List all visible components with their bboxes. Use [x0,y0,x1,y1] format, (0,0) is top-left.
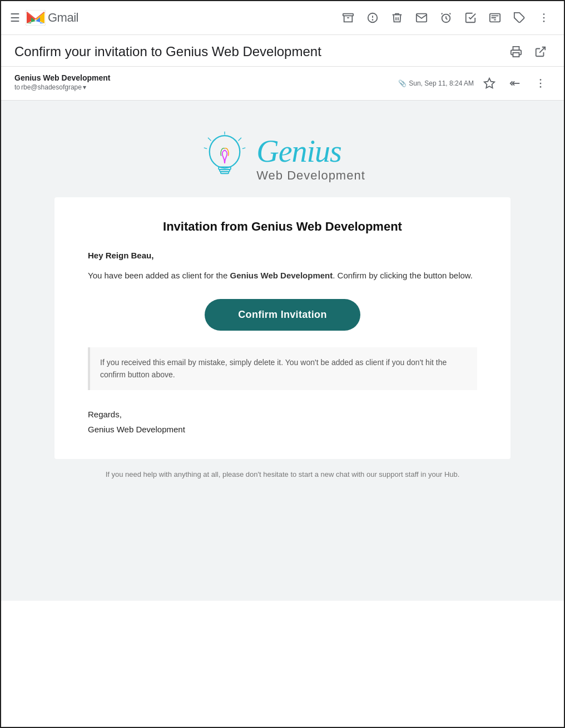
logo-text-area: Genius Web Development [256,134,365,182]
snooze-icon[interactable] [435,7,457,29]
svg-point-19 [540,83,542,84]
logo-area: Genius Web Development [10,114,555,197]
svg-rect-5 [343,14,353,16]
to-label: to [14,83,20,91]
open-in-new-icon[interactable] [531,42,551,62]
sender-name: Genius Web Development [14,73,398,82]
top-bar-left: ☰ Gmail [10,10,78,26]
subject-action-icons [506,42,551,62]
regards-label: Regards, [88,407,477,422]
gmail-logo: Gmail [26,10,78,26]
svg-marker-17 [484,78,494,88]
top-bar-icons [337,7,555,29]
logo-container: Genius Web Development [200,131,365,186]
svg-point-8 [373,19,373,20]
confirm-btn-wrapper: Confirm Invitation [88,299,477,331]
confirm-invitation-button[interactable]: Confirm Invitation [205,299,360,331]
email-content-wrapper: Genius Web Development Invitation from G… [1,101,564,601]
more-email-options-icon[interactable] [531,73,551,93]
print-icon[interactable] [506,42,526,62]
recipient-line: to rbe@shadesofgrape ▾ [14,83,398,91]
svg-line-16 [539,47,545,53]
reply-all-icon[interactable] [505,73,525,93]
star-icon[interactable] [479,73,499,93]
meta-right: 📎 Sun, Sep 11, 8:24 AM [398,73,551,93]
svg-point-18 [540,79,542,81]
recipient-dropdown-icon[interactable]: ▾ [83,83,86,91]
email-footer: If you need help with anything at all, p… [10,459,555,490]
card-greeting: Hey Reign Beau, [88,251,477,260]
svg-rect-24 [221,172,229,174]
svg-rect-15 [513,53,519,57]
genius-logo-text: Genius [256,134,365,169]
svg-point-20 [540,86,542,88]
body-text-1: You have been added as client for the [88,271,230,280]
svg-line-28 [242,148,245,149]
genius-bulb-icon [200,131,250,186]
email-timestamp: 📎 Sun, Sep 11, 8:24 AM [398,79,474,87]
archive-icon[interactable] [337,7,359,29]
recipient-email: rbe@shadesofgrape [21,83,82,91]
hamburger-icon[interactable]: ☰ [10,11,20,24]
email-meta-row: Genius Web Development to rbe@shadesofgr… [1,67,564,101]
footer-text: If you need help with anything at all, p… [106,470,460,478]
mark-unread-icon[interactable] [410,7,433,29]
timestamp-text: Sun, Sep 11, 8:24 AM [409,79,474,87]
svg-point-13 [543,17,545,19]
sender-info: Genius Web Development to rbe@shadesofgr… [14,73,398,91]
svg-line-26 [204,148,207,149]
card-title: Invitation from Genius Web Development [88,220,477,234]
svg-line-27 [239,138,241,141]
body-bold-company: Genius Web Development [230,271,333,280]
web-dev-logo-text: Web Development [256,169,365,182]
regards-section: Regards, Genius Web Development [88,407,477,437]
regards-company: Genius Web Development [88,422,477,437]
delete-icon[interactable] [386,7,408,29]
gmail-logo-icon [26,10,46,26]
email-subject-row: Confirm your invitation to Genius Web De… [1,35,564,67]
card-body: You have been added as client for the Ge… [88,269,477,282]
task-icon[interactable] [459,7,482,29]
disclaimer-box: If you received this email by mistake, s… [88,347,477,390]
top-bar: ☰ Gmail [1,1,564,35]
more-options-icon[interactable] [533,7,555,29]
attachment-icon: 📎 [398,79,407,87]
gmail-text-label: Gmail [48,11,78,25]
body-text-2: . Confirm by clicking the button below. [333,271,473,280]
svg-point-14 [543,21,545,22]
labels-icon[interactable] [508,7,531,29]
svg-point-12 [543,13,545,15]
move-icon[interactable] [484,7,506,29]
email-subject: Confirm your invitation to Genius Web De… [14,44,499,59]
email-card: Invitation from Genius Web Development H… [54,197,511,459]
spam-icon[interactable] [361,7,384,29]
svg-line-25 [208,138,211,141]
